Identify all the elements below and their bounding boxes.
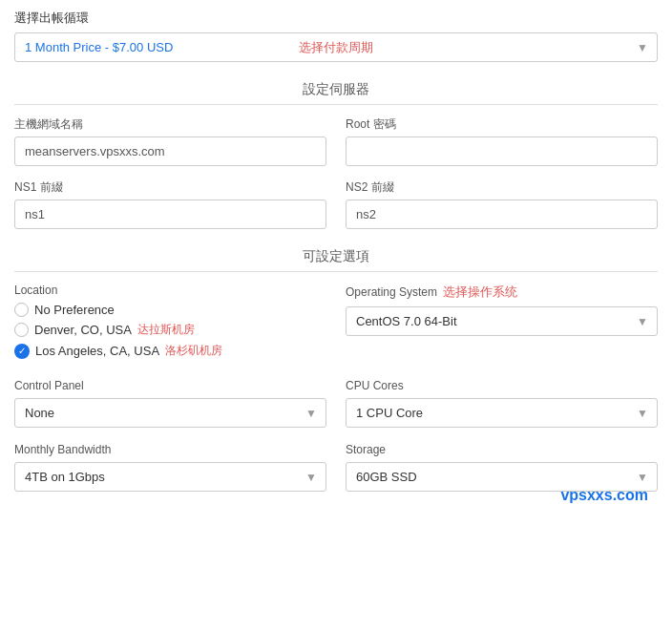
ns2-group: NS2 前綴 xyxy=(346,179,658,229)
root-password-label: Root 密碼 xyxy=(346,116,658,133)
radio-checked-icon xyxy=(14,344,30,359)
hostname-group: 主機網域名稱 xyxy=(14,116,326,166)
control-panel-select-wrapper: None cPanel Plesk DirectAdmin ▼ xyxy=(14,398,326,428)
cpu-cores-group: CPU Cores 1 CPU Core 2 CPU Cores 4 CPU C… xyxy=(346,379,658,428)
cpu-cores-select-wrapper: 1 CPU Core 2 CPU Cores 4 CPU Cores 8 CPU… xyxy=(346,398,658,428)
location-radio-list: No Preference Denver, CO, USA 达拉斯机房 Los … xyxy=(14,303,326,359)
radio-unchecked-icon xyxy=(14,303,29,317)
location-label: Location xyxy=(14,284,326,297)
os-select[interactable]: CentOS 7.0 64-Bit CentOS 6.0 64-Bit Ubun… xyxy=(346,306,658,336)
bandwidth-group: Monthly Bandwidth 4TB on 1Gbps 8TB on 1G… xyxy=(14,443,326,504)
options-row-3: Monthly Bandwidth 4TB on 1Gbps 8TB on 1G… xyxy=(14,443,658,504)
hostname-input[interactable] xyxy=(14,137,326,166)
ns2-input[interactable] xyxy=(346,200,658,229)
billing-section-label: 選擇出帳循環 xyxy=(14,10,658,27)
bandwidth-select-wrapper: 4TB on 1Gbps 8TB on 1Gbps Unmetered ▼ xyxy=(14,462,326,492)
cpu-cores-label: CPU Cores xyxy=(346,379,658,392)
os-select-wrapper: CentOS 7.0 64-Bit CentOS 6.0 64-Bit Ubun… xyxy=(346,306,658,336)
options-row-2: Control Panel None cPanel Plesk DirectAd… xyxy=(14,379,658,428)
storage-label: Storage xyxy=(346,443,658,456)
ns1-label: NS1 前綴 xyxy=(14,179,326,196)
bandwidth-select[interactable]: 4TB on 1Gbps 8TB on 1Gbps Unmetered xyxy=(14,462,326,492)
storage-select[interactable]: 60GB SSD 120GB SSD 240GB SSD xyxy=(346,462,658,492)
control-panel-label: Control Panel xyxy=(14,379,326,392)
os-group: Operating System 选择操作系统 CentOS 7.0 64-Bi… xyxy=(346,284,658,364)
ns1-group: NS1 前綴 xyxy=(14,179,326,229)
hostname-label: 主機網域名稱 xyxy=(14,116,326,133)
root-password-input[interactable] xyxy=(346,137,658,166)
server-row-2: NS1 前綴 NS2 前綴 xyxy=(14,179,658,229)
options-section-title: 可設定選項 xyxy=(14,248,658,272)
billing-select-container: 1 Month Price - $7.00 USD ▼ 选择付款周期 xyxy=(14,32,658,62)
ns1-input[interactable] xyxy=(14,200,326,229)
bandwidth-label: Monthly Bandwidth xyxy=(14,443,326,456)
storage-group: Storage 60GB SSD 120GB SSD 240GB SSD ▼ v… xyxy=(346,443,658,504)
os-label: Operating System 选择操作系统 xyxy=(346,284,658,301)
location-option-los-angeles[interactable]: Los Angeles, CA, USA 洛杉矶机房 xyxy=(14,343,326,359)
location-option-no-preference[interactable]: No Preference xyxy=(14,303,326,317)
server-row-1: 主機網域名稱 Root 密碼 xyxy=(14,116,658,166)
billing-cycle-select[interactable]: 1 Month Price - $7.00 USD xyxy=(14,32,658,62)
server-section-title: 設定伺服器 xyxy=(14,81,658,105)
radio-unchecked-icon xyxy=(14,323,29,337)
ns2-label: NS2 前綴 xyxy=(346,179,658,196)
configurable-options-section: 可設定選項 Location No Preference Denver, CO,… xyxy=(14,248,658,504)
storage-select-wrapper: 60GB SSD 120GB SSD 240GB SSD ▼ xyxy=(346,462,658,492)
location-option-denver[interactable]: Denver, CO, USA 达拉斯机房 xyxy=(14,322,326,338)
root-password-group: Root 密碼 xyxy=(346,116,658,166)
location-group: Location No Preference Denver, CO, USA 达… xyxy=(14,284,326,364)
billing-section: 選擇出帳循環 1 Month Price - $7.00 USD ▼ 选择付款周… xyxy=(14,10,658,62)
control-panel-select[interactable]: None cPanel Plesk DirectAdmin xyxy=(14,398,326,428)
control-panel-group: Control Panel None cPanel Plesk DirectAd… xyxy=(14,379,326,428)
cpu-cores-select[interactable]: 1 CPU Core 2 CPU Cores 4 CPU Cores 8 CPU… xyxy=(346,398,658,428)
options-row-1: Location No Preference Denver, CO, USA 达… xyxy=(14,284,658,364)
server-config-section: 設定伺服器 主機網域名稱 Root 密碼 NS1 前綴 NS2 前綴 xyxy=(14,81,658,229)
